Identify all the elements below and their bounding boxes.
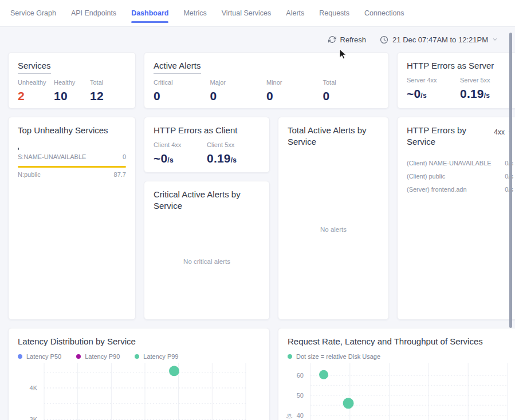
http-errors-client-stats: Client 4xx ~0/s Client 5xx 0.19/s xyxy=(154,141,260,165)
svg-text:3K: 3K xyxy=(30,416,38,420)
chart-point[interactable] xyxy=(169,366,179,376)
stat-critical: Critical 0 xyxy=(154,79,210,103)
request-rate-card: Request Rate, Latency and Throughput of … xyxy=(278,328,515,420)
legend-dot-icon xyxy=(135,354,139,359)
top-unhealthy-title: Top Unhealthy Services xyxy=(18,125,126,136)
legend-item[interactable]: Latency P99 xyxy=(135,353,178,360)
latency-chart-canvas: 4K3K xyxy=(18,363,241,420)
request-rate-chart-title: Request Rate, Latency and Throughput of … xyxy=(288,336,513,347)
http-errors-client-title: HTTP Errors as Client xyxy=(154,125,260,136)
stat-minor: Minor 0 xyxy=(266,79,323,103)
tab-virtual-services[interactable]: Virtual Services xyxy=(222,0,272,26)
bar-label: N:public xyxy=(18,171,41,178)
dashboard-grid: Services Unhealthy 2 Healthy 10 Total 12… xyxy=(8,52,507,420)
svg-text:60: 60 xyxy=(297,371,304,378)
stat-client-4xx: Client 4xx ~0/s xyxy=(154,141,207,165)
services-card: Services Unhealthy 2 Healthy 10 Total 12 xyxy=(8,52,136,109)
services-stats: Unhealthy 2 Healthy 10 Total 12 xyxy=(18,79,126,103)
service-error-row: (Server) frontend.adn 0/s xyxy=(407,183,513,196)
svg-text:(s: (s xyxy=(285,413,292,419)
chevron-down-icon xyxy=(492,37,498,42)
legend-item[interactable]: Latency P90 xyxy=(76,353,120,360)
legend-dot-icon xyxy=(288,354,292,359)
unhealthy-bar-chart: S:NAME-UNAVAILABLE 0 N:public 87.7 xyxy=(18,148,126,178)
service-error-row: (Client) public 0/s xyxy=(407,169,513,183)
total-alerts-card: Total Active Alerts by Service No alerts xyxy=(278,117,389,320)
tab-service-graph[interactable]: Service Graph xyxy=(10,0,56,26)
active-alerts-card: Active Alerts Critical 0 Major 0 Minor 0… xyxy=(144,52,389,109)
latency-distribution-card: Latency Distribution by Service Latency … xyxy=(8,328,270,420)
stat-unhealthy: Unhealthy 2 xyxy=(18,79,54,103)
request-rate-chart-legend: Dot size = relative Disk Usage xyxy=(288,353,513,360)
request-rate-chart-canvas: 605040(s xyxy=(288,363,510,420)
bar xyxy=(18,166,126,168)
clock-icon xyxy=(380,35,388,44)
stat-total-alerts: Total 0 xyxy=(323,79,380,103)
total-alerts-title: Total Active Alerts by Service xyxy=(288,125,379,147)
tab-api-endpoints[interactable]: API Endpoints xyxy=(71,0,116,26)
service-error-row: (Client) NAME-UNAVAILABLE 0/s xyxy=(407,156,513,169)
time-range-label: 21 Dec 07:47AM to 12:21PM xyxy=(392,35,488,44)
tab-requests[interactable]: Requests xyxy=(319,0,349,26)
chart-point[interactable] xyxy=(343,398,354,409)
stat-client-5xx: Client 5xx 0.19/s xyxy=(207,141,260,165)
bar-value: 0 xyxy=(123,153,126,160)
scrollbar[interactable] xyxy=(509,33,512,328)
bar-label: S:NAME-UNAVAILABLE xyxy=(18,153,86,160)
critical-alerts-title: Critical Active Alerts by Service xyxy=(154,189,245,211)
latency-chart-title: Latency Distribution by Service xyxy=(18,336,260,347)
http-errors-client-card: HTTP Errors as Client Client 4xx ~0/s Cl… xyxy=(144,117,270,173)
http-errors-by-service-title: HTTP Errors by Service xyxy=(407,125,487,147)
tab-connections[interactable]: Connections xyxy=(364,0,404,26)
chart-point[interactable] xyxy=(319,370,328,379)
stat-total-services: Total 12 xyxy=(90,79,126,103)
stat-server-5xx: Server 5xx 0.19/s xyxy=(460,77,513,101)
active-alerts-stats: Critical 0 Major 0 Minor 0 Total 0 xyxy=(154,79,379,103)
middle-column: HTTP Errors as Client Client 4xx ~0/s Cl… xyxy=(144,117,270,320)
http-errors-server-title: HTTP Errors as Server xyxy=(407,60,513,72)
tab-dashboard[interactable]: Dashboard xyxy=(131,0,168,26)
svg-text:50: 50 xyxy=(297,391,304,398)
legend-item[interactable]: Dot size = relative Disk Usage xyxy=(288,353,380,360)
services-card-title: Services xyxy=(18,60,51,74)
http-errors-server-stats: Server 4xx ~0/s Server 5xx 0.19/s xyxy=(407,77,513,101)
unhealthy-bar-item: S:NAME-UNAVAILABLE 0 xyxy=(18,148,126,160)
svg-text:40: 40 xyxy=(297,411,304,418)
dashboard-toolbar: Refresh 21 Dec 07:47AM to 12:21PM xyxy=(0,27,515,52)
unhealthy-bar-item: N:public 87.7 xyxy=(18,166,126,178)
active-alerts-card-title: Active Alerts xyxy=(154,60,201,74)
latency-chart-legend: Latency P50Latency P90Latency P99 xyxy=(18,353,260,360)
stat-healthy: Healthy 10 xyxy=(54,79,90,103)
http-errors-by-service-card: HTTP Errors by Service 4xx (Client) NAME… xyxy=(397,117,515,320)
top-nav: Service Graph API Endpoints Dashboard Me… xyxy=(0,0,515,27)
http-errors-service-list: (Client) NAME-UNAVAILABLE 0/s (Client) p… xyxy=(407,156,513,196)
refresh-button[interactable]: Refresh xyxy=(328,35,367,44)
bar xyxy=(18,148,19,150)
legend-dot-icon xyxy=(18,354,22,359)
refresh-label: Refresh xyxy=(340,35,367,44)
stat-major: Major 0 xyxy=(210,79,267,103)
total-alerts-empty-message: No alerts xyxy=(288,147,379,312)
refresh-icon xyxy=(328,35,336,43)
tab-metrics[interactable]: Metrics xyxy=(183,0,206,26)
tab-alerts[interactable]: Alerts xyxy=(286,0,304,26)
time-range-picker[interactable]: 21 Dec 07:47AM to 12:21PM xyxy=(380,35,498,44)
legend-item[interactable]: Latency P50 xyxy=(18,353,61,360)
svg-text:4K: 4K xyxy=(30,385,38,391)
critical-alerts-empty-message: No critical alerts xyxy=(154,211,260,312)
legend-dot-icon xyxy=(76,354,81,359)
critical-alerts-card: Critical Active Alerts by Service No cri… xyxy=(144,181,270,320)
bar-value: 87.7 xyxy=(114,171,126,178)
top-unhealthy-card: Top Unhealthy Services S:NAME-UNAVAILABL… xyxy=(8,117,136,320)
http-errors-server-card: HTTP Errors as Server Server 4xx ~0/s Se… xyxy=(397,52,515,109)
stat-server-4xx: Server 4xx ~0/s xyxy=(407,77,460,101)
